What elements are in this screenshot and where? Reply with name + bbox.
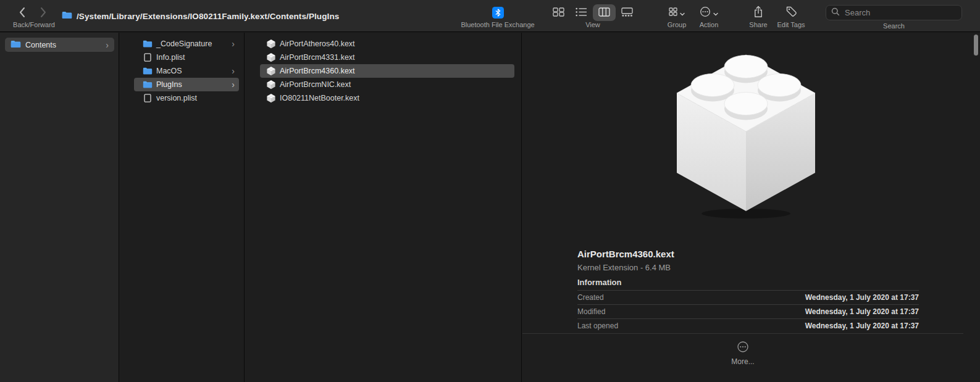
chevron-left-icon — [19, 7, 26, 20]
preview-pane: AirPortBrcm4360.kext Kernel Extension - … — [522, 33, 980, 382]
action-button[interactable]: Action — [687, 0, 731, 32]
finder-column-1: _CodeSignature › Info.plist MacOS › — [120, 33, 245, 382]
finder-column-2: AirPortAtheros40.kext AirPortBrcm4331.ke… — [245, 33, 522, 382]
sidebar-item-label: Contents — [25, 41, 56, 49]
folder-icon — [142, 67, 153, 75]
file-name: MacOS — [156, 67, 182, 75]
ellipsis-circle-icon — [737, 344, 749, 355]
preview-section-title: Information — [577, 278, 622, 287]
info-value: Wednesday, 1 July 2020 at 17:37 — [805, 293, 919, 302]
content-area: Contents › _CodeSignature › Info. — [0, 33, 980, 382]
info-row-last-opened: Last opened Wednesday, 1 July 2020 at 17… — [577, 318, 919, 333]
chevron-right-icon: › — [232, 67, 235, 75]
list-item-io80211netbooter[interactable]: IO80211NetBooter.kext — [260, 91, 514, 105]
view-columns-button[interactable] — [593, 4, 616, 21]
edit-tags-button[interactable]: Edit Tags — [769, 0, 813, 32]
window-title: /System/Library/Extensions/IO80211Family… — [62, 0, 339, 32]
file-name: AirPortBrcm4360.kext — [280, 67, 355, 75]
search-input[interactable] — [844, 7, 957, 18]
list-item-macos[interactable]: MacOS › — [134, 64, 239, 78]
list-item-info-plist[interactable]: Info.plist — [134, 51, 239, 64]
chevron-right-icon — [40, 7, 47, 20]
search-field[interactable] — [826, 5, 962, 20]
grid-view-icon — [553, 7, 564, 19]
info-label: Modified — [577, 307, 605, 316]
action-label: Action — [687, 21, 731, 28]
file-name: _CodeSignature — [156, 39, 212, 48]
file-name: AirPortBrcmNIC.kext — [280, 80, 351, 89]
preview-info-table: Created Wednesday, 1 July 2020 at 17:37 … — [577, 290, 919, 333]
kext-icon — [266, 39, 276, 49]
file-name: Info.plist — [156, 53, 185, 62]
bluetooth-icon — [492, 7, 504, 19]
search-label: Search — [826, 22, 962, 30]
group-grid-icon — [669, 7, 677, 19]
search-icon — [831, 7, 840, 19]
finder-window: Back/Forward /System/Library/Extensions/… — [0, 0, 980, 382]
sidebar-item-contents[interactable]: Contents › — [5, 38, 114, 52]
back-forward-label: Back/Forward — [9, 21, 59, 28]
kext-icon — [266, 93, 276, 103]
view-switcher: View — [546, 0, 640, 32]
search-group: Search — [826, 0, 962, 32]
chevron-down-icon — [680, 7, 685, 19]
info-value: Wednesday, 1 July 2020 at 17:37 — [805, 307, 919, 316]
kext-icon — [266, 80, 276, 89]
path-title: /System/Library/Extensions/IO80211Family… — [77, 12, 339, 21]
list-item-airportbrcm4331[interactable]: AirPortBrcm4331.kext — [260, 51, 514, 64]
preview-file-kind: Kernel Extension - 6.4 MB — [577, 263, 671, 272]
chevron-right-icon: › — [232, 80, 235, 89]
share-icon — [753, 6, 763, 20]
folder-icon — [142, 40, 153, 48]
info-row-created: Created Wednesday, 1 July 2020 at 17:37 — [577, 290, 919, 304]
kext-icon — [266, 52, 276, 62]
action-ellipsis-circle-icon — [700, 6, 711, 20]
sidebar: Contents › — [0, 33, 119, 382]
column-view-icon — [598, 7, 610, 19]
chevron-down-icon — [713, 7, 718, 19]
toolbar: Back/Forward /System/Library/Extensions/… — [0, 0, 980, 32]
preview-file-name: AirPortBrcm4360.kext — [577, 249, 674, 259]
preview-divider — [522, 333, 963, 334]
list-item-plugins[interactable]: PlugIns › — [134, 78, 239, 91]
file-name: AirPortAtheros40.kext — [280, 39, 355, 48]
more-button[interactable]: More... — [522, 341, 963, 366]
list-view-icon — [576, 7, 587, 19]
more-label: More... — [522, 357, 963, 366]
bluetooth-label: Bluetooth File Exchange — [442, 21, 553, 28]
column1-list: _CodeSignature › Info.plist MacOS › — [120, 33, 244, 105]
back-button[interactable] — [15, 6, 30, 20]
vertical-scrollbar[interactable] — [974, 35, 978, 56]
column2-list: AirPortAtheros40.kext AirPortBrcm4331.ke… — [245, 33, 521, 105]
view-gallery-button[interactable] — [616, 4, 639, 21]
folder-icon — [10, 39, 21, 51]
file-name: IO80211NetBooter.kext — [280, 94, 359, 102]
info-label: Created — [577, 293, 604, 302]
bluetooth-file-exchange-button[interactable]: Bluetooth File Exchange — [442, 0, 553, 32]
list-item-airportbrcmnic[interactable]: AirPortBrcmNIC.kext — [260, 78, 514, 91]
list-item-airportatheros40[interactable]: AirPortAtheros40.kext — [260, 37, 514, 51]
info-row-modified: Modified Wednesday, 1 July 2020 at 17:37 — [577, 304, 919, 318]
list-item-version-plist[interactable]: version.plist — [134, 91, 239, 105]
folder-icon — [142, 81, 153, 88]
edit-tags-label: Edit Tags — [769, 21, 813, 28]
view-list-button[interactable] — [570, 4, 593, 21]
document-icon — [142, 53, 153, 62]
kext-lego-icon — [660, 36, 832, 222]
file-name: AirPortBrcm4331.kext — [280, 53, 355, 62]
tag-icon — [785, 6, 797, 20]
gallery-view-icon — [621, 7, 633, 19]
document-icon — [142, 94, 153, 102]
chevron-right-icon: › — [232, 39, 235, 48]
list-item-airportbrcm4360[interactable]: AirPortBrcm4360.kext — [260, 64, 514, 78]
info-label: Last opened — [577, 322, 618, 330]
info-value: Wednesday, 1 July 2020 at 17:37 — [805, 322, 919, 330]
forward-button[interactable] — [36, 6, 51, 20]
view-segmented-control — [547, 4, 639, 21]
view-icons-button[interactable] — [547, 4, 570, 21]
kext-icon — [266, 66, 276, 76]
file-name: PlugIns — [156, 80, 182, 89]
file-name: version.plist — [156, 94, 197, 102]
view-label: View — [546, 21, 640, 28]
list-item-codesignature[interactable]: _CodeSignature › — [134, 37, 239, 51]
